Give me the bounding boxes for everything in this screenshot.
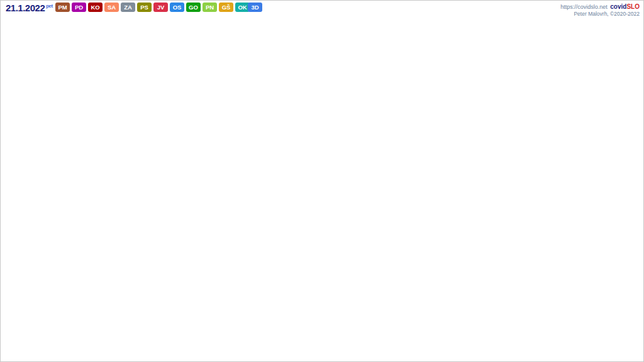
covid-3d-region-chart [1, 1, 644, 362]
credit-line: Peter Malovrh, ©2020-2022 [560, 11, 640, 18]
weekday-label: pet [46, 3, 53, 9]
region-button-PN[interactable]: PN [203, 3, 217, 12]
region-button-row: PMPDKOSAZAPSJVOSGOPNGŠOK [55, 3, 250, 12]
site-brand: covidSLO [610, 3, 640, 10]
header-right: https://covidslo.net covidSLO Peter Malo… [560, 2, 640, 18]
region-button-SA[interactable]: SA [104, 3, 119, 12]
site-url-link[interactable]: https://covidslo.net [560, 4, 608, 10]
region-button-PD[interactable]: PD [72, 3, 86, 12]
region-button-JV[interactable]: JV [153, 3, 168, 12]
region-button-ZA[interactable]: ZA [121, 3, 135, 12]
region-button-KO[interactable]: KO [88, 3, 103, 12]
region-button-OS[interactable]: OS [170, 3, 184, 12]
region-button-GŠ[interactable]: GŠ [219, 3, 233, 12]
region-button-PM[interactable]: PM [55, 3, 70, 12]
region-button-GO[interactable]: GO [186, 3, 201, 12]
region-button-PS[interactable]: PS [137, 3, 152, 12]
header: 21.1.2022pet PMPDKOSAZAPSJVOSGOPNGŠOK 3D… [1, 1, 643, 17]
mode-3d-button[interactable]: 3D [248, 3, 262, 12]
current-date: 21.1.2022pet [6, 3, 53, 13]
